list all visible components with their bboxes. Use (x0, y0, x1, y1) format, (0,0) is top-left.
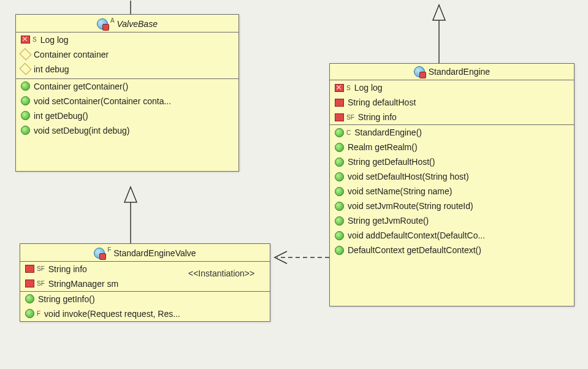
stereotype-letter: A (110, 17, 115, 24)
method-row: void setDebug(int debug) (16, 123, 239, 138)
method-row: String getDefaultHost() (330, 154, 574, 169)
methods-section: String getInfo() Fvoid invoke(Request re… (20, 292, 270, 321)
methods-section: CStandardEngine() Realm getRealm() Strin… (330, 125, 574, 306)
method-label: int getDebug() (34, 111, 88, 121)
visibility-icon (21, 111, 30, 120)
method-label: StandardEngine() (354, 127, 422, 137)
fields-section: SLog log String defaultHost SFString inf… (330, 80, 574, 125)
visibility-icon (25, 265, 34, 273)
field-label: StringManager sm (48, 279, 118, 289)
method-label: void setName(String name) (348, 186, 452, 196)
modifier: SF (346, 114, 354, 121)
method-row: Realm getRealm() (330, 140, 574, 154)
field-label: Container container (34, 50, 109, 59)
visibility-icon (21, 126, 30, 135)
visibility-icon (335, 158, 344, 167)
modifier: S (346, 85, 351, 91)
class-name: StandardEngineValve (113, 248, 196, 258)
method-label: Container getContainer() (34, 82, 128, 91)
method-label: void addDefaultContext(DefaultCo... (348, 230, 485, 240)
field-label: Log log (354, 83, 383, 93)
class-name: ValveBase (117, 19, 158, 29)
class-title: A ValveBase (16, 15, 239, 32)
methods-section: Container getContainer() void setContain… (16, 79, 239, 171)
method-label: Realm getRealm() (348, 142, 418, 152)
method-row: String getInfo() (20, 292, 270, 306)
method-row: void addDefaultContext(DefaultCo... (330, 228, 574, 243)
method-label: void invoke(Request request, Res... (44, 309, 180, 319)
class-icon (97, 18, 108, 29)
modifier: SF (37, 280, 45, 287)
visibility-icon (335, 99, 344, 107)
field-row: SFString info (330, 110, 574, 124)
visibility-icon (335, 172, 344, 181)
method-row: DefaultContext getDefaultContext() (330, 243, 574, 257)
svg-marker-1 (124, 187, 137, 202)
method-label: void setDebug(int debug) (34, 126, 129, 135)
method-row: void setDefaultHost(String host) (330, 169, 574, 184)
class-name: StandardEngine (429, 67, 490, 77)
visibility-icon (335, 84, 344, 92)
method-label: void setDefaultHost(String host) (348, 172, 469, 181)
class-standardenginevalve: F StandardEngineValve SFString info SFSt… (20, 243, 270, 322)
visibility-icon (20, 63, 32, 75)
field-row: int debug (16, 62, 239, 77)
method-row: void setName(String name) (330, 184, 574, 199)
method-label: String getDefaultHost() (348, 157, 435, 167)
visibility-icon (25, 309, 34, 318)
method-row: void setContainer(Container conta... (16, 94, 239, 108)
field-label: Log log (40, 35, 69, 45)
method-label: void setJvmRoute(String routeId) (348, 201, 473, 211)
method-row: CStandardEngine() (330, 125, 574, 140)
visibility-icon (335, 216, 344, 226)
method-row: String getJvmRoute() (330, 213, 574, 228)
class-valvebase: A ValveBase SLog log Container container… (15, 14, 239, 172)
field-label: String defaultHost (348, 97, 416, 107)
visibility-icon (25, 294, 34, 303)
stereotype-letter: F (107, 246, 111, 253)
method-row: int getDebug() (16, 108, 239, 123)
class-title: StandardEngine (330, 64, 574, 80)
modifier: SF (37, 265, 45, 272)
visibility-icon (335, 113, 344, 121)
visibility-icon (20, 48, 32, 61)
modifier: S (32, 36, 37, 43)
fields-section: SLog log Container container int debug (16, 32, 239, 79)
class-icon (414, 66, 425, 77)
field-row: SLog log (16, 32, 239, 47)
class-icon (94, 248, 105, 259)
method-row: void setJvmRoute(String routeId) (330, 199, 574, 213)
visibility-icon (335, 143, 344, 152)
instantiation-label: <<Instantiation>> (188, 268, 254, 278)
field-row: SFStringManager sm (20, 276, 270, 291)
visibility-icon (335, 231, 344, 240)
field-label: String info (358, 112, 397, 122)
visibility-icon (21, 82, 30, 91)
field-row: String defaultHost (330, 95, 574, 110)
method-label: DefaultContext getDefaultContext() (348, 245, 481, 255)
visibility-icon (335, 246, 344, 255)
method-row: Fvoid invoke(Request request, Res... (20, 306, 270, 321)
modifier: C (346, 129, 351, 136)
method-label: String getJvmRoute() (348, 216, 429, 226)
visibility-icon (25, 280, 34, 287)
modifier: F (37, 310, 40, 317)
visibility-icon (21, 96, 30, 105)
svg-marker-4 (433, 5, 445, 20)
method-label: String getInfo() (38, 294, 95, 304)
visibility-icon (335, 187, 344, 196)
method-row: Container getContainer() (16, 79, 239, 94)
visibility-icon (21, 36, 30, 44)
method-label: void setContainer(Container conta... (34, 96, 171, 106)
field-label: String info (48, 264, 87, 274)
field-row: SLog log (330, 80, 574, 95)
class-standardengine: StandardEngine SLog log String defaultHo… (329, 63, 575, 306)
field-row: Container container (16, 47, 239, 62)
visibility-icon (335, 128, 344, 137)
class-title: F StandardEngineValve (20, 244, 270, 262)
visibility-icon (335, 202, 344, 211)
field-label: int debug (34, 64, 69, 74)
